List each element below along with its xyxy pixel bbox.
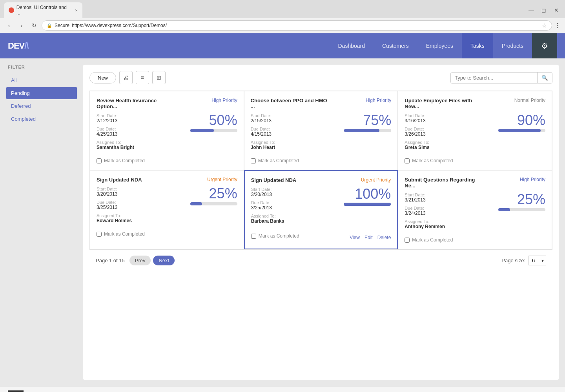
percentage-3: 90% — [498, 113, 545, 127]
start-label-2: Start Date: — [251, 113, 341, 118]
mark-label-2: Mark as Completed — [258, 158, 299, 163]
secure-label: Secure — [55, 23, 69, 28]
settings-button[interactable]: ⚙ — [532, 33, 557, 58]
card-priority-2: High Priority — [366, 98, 391, 103]
progress-bar-6 — [498, 208, 545, 211]
minimize-button[interactable]: — — [527, 5, 536, 15]
address-url[interactable]: https://www.devexpress.com/Support/Demos… — [72, 23, 167, 28]
task-card-6[interactable]: Submit Questions Regarding Ne... High Pr… — [398, 170, 552, 249]
task-card-1[interactable]: Review Health Insurance Option... High P… — [90, 91, 244, 170]
bookmark-button[interactable]: ☆ — [542, 22, 547, 29]
back-button[interactable]: ‹ — [4, 20, 14, 31]
start-date-6: 3/21/2013 — [405, 197, 495, 203]
due-date-3: 3/26/2013 — [405, 131, 495, 137]
assigned-to-5: Barbara Banks — [251, 218, 341, 224]
assigned-label-1: Assigned To: — [97, 140, 187, 145]
start-date-1: 2/12/2013 — [97, 118, 187, 123]
percentage-5: 100% — [344, 187, 391, 201]
progress-bar-1 — [190, 129, 237, 132]
prev-button[interactable]: Prev — [129, 256, 151, 265]
due-label-4: Due Date: — [97, 200, 187, 205]
mark-completed-5[interactable]: Mark as Completed — [251, 233, 299, 239]
due-label-5: Due Date: — [251, 200, 341, 205]
due-label-1: Due Date: — [97, 127, 187, 131]
secure-icon: 🔒 — [47, 23, 52, 28]
nav-products[interactable]: Products — [493, 33, 532, 58]
card-title-5: Sign Updated NDA — [251, 177, 297, 183]
card-priority-6: High Priority — [520, 177, 545, 182]
app-logo: DEV/\ — [8, 41, 28, 51]
mark-completed-1[interactable]: Mark as Completed — [97, 158, 237, 163]
start-date-2: 2/15/2013 — [251, 118, 341, 123]
footer-logo: DEV POWERED BY — [8, 390, 53, 392]
next-button[interactable]: Next — [153, 256, 175, 265]
due-label-3: Due Date: — [405, 127, 495, 131]
delete-button-5[interactable]: Delete — [377, 235, 391, 240]
assigned-to-1: Samantha Bright — [97, 145, 187, 150]
mark-checkbox-5[interactable] — [251, 234, 256, 239]
tab-close-button[interactable]: × — [75, 8, 78, 13]
restore-button[interactable]: ◻ — [539, 5, 549, 15]
start-label-1: Start Date: — [97, 113, 187, 118]
new-button[interactable]: New — [89, 72, 116, 83]
sidebar-item-all[interactable]: All — [6, 74, 77, 86]
task-card-2[interactable]: Choose between PPO and HMO ... High Prio… — [244, 91, 398, 170]
progress-bar-5 — [344, 203, 391, 206]
card-title-3: Update Employee Files with New... — [405, 98, 482, 109]
task-card-5[interactable]: Sign Updated NDA Urgent Priority Start D… — [244, 170, 398, 249]
mark-completed-3[interactable]: Mark as Completed — [405, 158, 545, 163]
close-button[interactable]: ✕ — [552, 5, 561, 15]
mark-completed-6[interactable]: Mark as Completed — [405, 237, 545, 243]
browser-menu-button[interactable]: ⋮ — [554, 22, 561, 29]
print-button[interactable]: 🖨 — [119, 71, 133, 84]
page-size-select[interactable]: 6 12 24 — [529, 256, 546, 265]
mark-completed-4[interactable]: Mark as Completed — [97, 231, 237, 237]
progress-bar-4 — [190, 202, 237, 205]
mark-checkbox-6[interactable] — [405, 238, 410, 243]
progress-bar-2 — [344, 129, 391, 132]
mark-checkbox-1[interactable] — [97, 158, 102, 163]
nav-dashboard[interactable]: Dashboard — [330, 33, 374, 58]
mark-completed-2[interactable]: Mark as Completed — [251, 158, 392, 163]
mark-checkbox-2[interactable] — [251, 158, 256, 163]
start-label-4: Start Date: — [97, 187, 187, 191]
edit-button-5[interactable]: Edit — [365, 235, 373, 240]
start-label-6: Start Date: — [405, 192, 495, 197]
page-info: Page 1 of 15 — [96, 258, 125, 263]
cards-grid: Review Health Insurance Option... High P… — [89, 91, 552, 250]
percentage-1: 50% — [190, 113, 237, 127]
reload-button[interactable]: ↻ — [29, 20, 39, 31]
mark-label-5: Mark as Completed — [259, 233, 299, 239]
list-view-button[interactable]: ≡ — [136, 71, 149, 84]
sidebar-item-deferred[interactable]: Deferred — [6, 100, 77, 112]
task-card-3[interactable]: Update Employee Files with New... Normal… — [398, 91, 552, 170]
search-input[interactable] — [451, 73, 537, 83]
mark-checkbox-4[interactable] — [97, 232, 102, 237]
assigned-to-2: John Heart — [251, 145, 341, 150]
search-button[interactable]: 🔍 — [537, 73, 552, 83]
assigned-label-6: Assigned To: — [405, 219, 495, 224]
assigned-to-3: Greta Sims — [405, 145, 495, 150]
assigned-to-6: Anthony Remmen — [405, 224, 495, 229]
mark-label-3: Mark as Completed — [412, 158, 453, 163]
card-title-6: Submit Questions Regarding Ne... — [405, 177, 482, 189]
forward-button[interactable]: › — [16, 20, 27, 31]
assigned-label-4: Assigned To: — [97, 213, 187, 218]
main-nav: Dashboard Customers Employees Tasks Prod… — [330, 33, 532, 58]
page-size-label: Page size: — [501, 258, 525, 263]
due-date-6: 3/24/2013 — [405, 211, 495, 216]
card-priority-3: Normal Priority — [514, 98, 545, 103]
task-card-4[interactable]: Sign Updated NDA Urgent Priority Start D… — [90, 170, 244, 249]
sidebar-item-pending[interactable]: Pending — [6, 87, 77, 99]
mark-checkbox-3[interactable] — [405, 158, 410, 163]
sidebar-item-completed[interactable]: Completed — [6, 113, 77, 125]
due-date-2: 4/15/2013 — [251, 131, 341, 137]
nav-tasks[interactable]: Tasks — [462, 33, 493, 58]
grid-view-button[interactable]: ⊞ — [152, 71, 166, 84]
nav-customers[interactable]: Customers — [374, 33, 417, 58]
view-button-5[interactable]: View — [350, 235, 360, 240]
start-date-3: 3/16/2013 — [405, 118, 495, 123]
percentage-6: 25% — [498, 192, 545, 207]
nav-employees[interactable]: Employees — [417, 33, 462, 58]
card-priority-4: Urgent Priority — [207, 177, 237, 182]
